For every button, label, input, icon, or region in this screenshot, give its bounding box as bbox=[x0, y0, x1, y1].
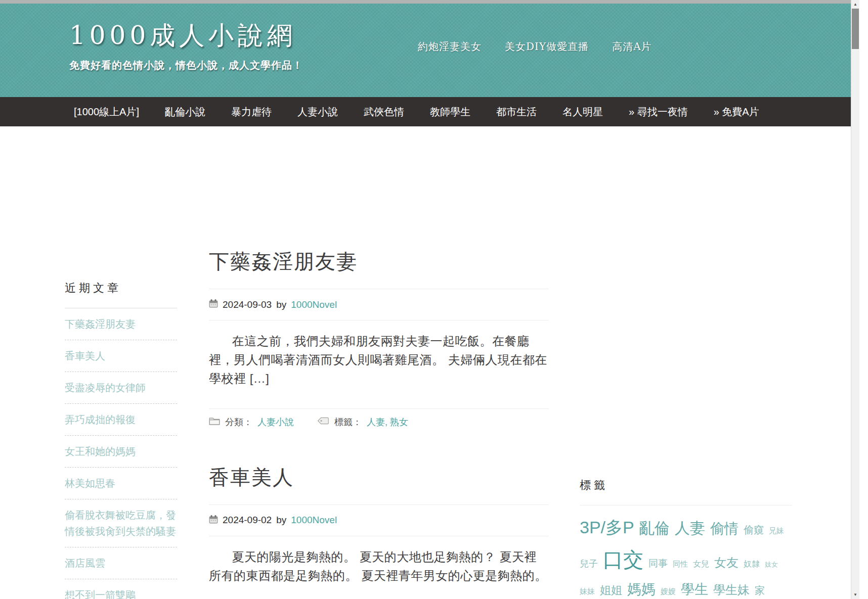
article-meta: 2024-09-03 by 1000Novel bbox=[209, 289, 549, 320]
nav-item[interactable]: [1000線上A片] bbox=[74, 105, 139, 119]
article-author-link[interactable]: 1000Novel bbox=[291, 299, 337, 310]
recent-post-link[interactable]: 偷看脫衣舞被吃豆腐，發情後被我肏到失禁的騷妻 bbox=[65, 510, 176, 537]
nav-item[interactable]: 名人明星 bbox=[562, 105, 603, 119]
scrollbar[interactable]: ▲ ▼ bbox=[851, 0, 859, 599]
tag-cloud-link[interactable]: 姐姐 bbox=[600, 582, 622, 598]
article-excerpt: 夏天的陽光是夠熱的。 夏天的大地也足夠熱的？ 夏天裡所有的東西都是足夠熱的。 夏… bbox=[209, 547, 549, 585]
recent-posts-list: 下藥姦淫朋友妻香車美人受盡凌辱的女律師弄巧成拙的報復女王和她的媽媽林美如思春偷看… bbox=[65, 308, 177, 599]
article-footer: 分類： 人妻小說 標籤： 人妻熟女 bbox=[209, 408, 549, 435]
recent-post-link[interactable]: 林美如思春 bbox=[65, 478, 115, 489]
recent-post-item: 下藥姦淫朋友妻 bbox=[65, 308, 177, 340]
tag-cloud-link[interactable]: 人妻 bbox=[675, 517, 705, 539]
tag-cloud-link[interactable]: 口交 bbox=[603, 544, 643, 575]
header-links: 約炮淫妻美女美女DIY做愛直播高清A片 bbox=[418, 40, 652, 54]
tag-cloud-link[interactable]: 同事 bbox=[648, 557, 668, 571]
site-title[interactable]: 1000成人小說網 bbox=[69, 19, 303, 53]
nav-item[interactable]: » 免費A片 bbox=[714, 105, 759, 119]
tag-cloud-link[interactable]: 偷窺 bbox=[744, 522, 764, 537]
tags-widget: 標籤 3P/多P亂倫人妻偷情偷窺兄妹兒子口交同事同性女兒女友奴隸妓女妹妹姐姐媽媽… bbox=[580, 126, 792, 599]
tags-heading: 標籤 bbox=[580, 478, 792, 505]
tag-cloud-link[interactable]: 兄妹 bbox=[769, 525, 784, 537]
recent-post-link[interactable]: 女王和她的媽媽 bbox=[65, 446, 136, 457]
article-title[interactable]: 香車美人 bbox=[209, 464, 549, 505]
tag-cloud-link[interactable]: 女友 bbox=[714, 554, 739, 572]
recent-post-item: 受盡凌辱的女律師 bbox=[65, 372, 177, 404]
tag-cloud-link[interactable]: 妹妹 bbox=[580, 586, 595, 597]
main-column: 下藥姦淫朋友妻 2024-09-03 by 1000Novel 在這之前，我們夫… bbox=[209, 126, 549, 599]
recent-post-link[interactable]: 香車美人 bbox=[65, 350, 105, 361]
post-tag-link[interactable]: 人妻 bbox=[367, 417, 390, 427]
tag-icon bbox=[317, 417, 329, 427]
article-date: 2024-09-03 bbox=[223, 299, 272, 310]
nav-item[interactable]: 都市生活 bbox=[496, 105, 537, 119]
tag-cloud-link[interactable]: 亂倫 bbox=[639, 517, 670, 539]
calendar-icon bbox=[209, 515, 218, 526]
top-strip bbox=[0, 0, 859, 4]
tag-cloud-link[interactable]: 女兒 bbox=[693, 558, 709, 570]
nav-item[interactable]: 武俠色情 bbox=[364, 105, 404, 119]
browser-viewport: 1000成人小說網 免費好看的色情小說，情色小說，成人文學作品！ 約炮淫妻美女美… bbox=[0, 0, 859, 599]
nav-item[interactable]: » 尋找一夜情 bbox=[629, 105, 688, 119]
tag-cloud-link[interactable]: 家 bbox=[755, 583, 765, 598]
article-by-label: by bbox=[276, 299, 286, 310]
tag-cloud-link[interactable]: 偷情 bbox=[710, 518, 739, 539]
recent-post-link[interactable]: 酒店風雲 bbox=[65, 558, 105, 569]
folder-icon bbox=[209, 417, 220, 428]
scrollbar-up-arrow-icon[interactable]: ▲ bbox=[851, 0, 859, 9]
post-tags: 人妻熟女 bbox=[367, 416, 408, 428]
article-author-link[interactable]: 1000Novel bbox=[291, 515, 337, 526]
content-area: 近期文章 下藥姦淫朋友妻香車美人受盡凌辱的女律師弄巧成拙的報復女王和她的媽媽林美… bbox=[0, 126, 859, 599]
article-2: 香車美人 2024-09-02 by 1000Novel 夏天的陽光是夠熱的。 … bbox=[209, 464, 549, 599]
tag-cloud-link[interactable]: 奴隸 bbox=[744, 558, 760, 570]
recent-post-item: 香車美人 bbox=[65, 340, 177, 372]
header-link[interactable]: 約炮淫妻美女 bbox=[418, 40, 482, 54]
recent-post-link[interactable]: 弄巧成拙的報復 bbox=[65, 414, 136, 425]
article-by-label: by bbox=[276, 515, 286, 526]
recent-post-item: 女王和她的媽媽 bbox=[65, 436, 177, 468]
recent-post-link[interactable]: 下藥姦淫朋友妻 bbox=[65, 318, 136, 330]
recent-posts-heading: 近期文章 bbox=[65, 281, 177, 308]
site-header: 1000成人小說網 免費好看的色情小說，情色小說，成人文學作品！ 約炮淫妻美女美… bbox=[0, 4, 859, 97]
article-excerpt: 在這之前，我們夫婦和朋友兩對夫妻一起吃飯。在餐廳裡，男人們喝著清酒而女人則喝著雞… bbox=[209, 332, 549, 388]
article-date: 2024-09-02 bbox=[223, 515, 272, 526]
recent-post-item: 林美如思春 bbox=[65, 468, 177, 499]
recent-post-item: 想不到一箭雙鵰 bbox=[65, 579, 177, 599]
tag-cloud-link[interactable]: 媽媽 bbox=[627, 579, 656, 599]
nav-item[interactable]: 教師學生 bbox=[430, 105, 470, 119]
tag-cloud-link[interactable]: 學生 bbox=[681, 579, 708, 599]
recent-post-item: 偷看脫衣舞被吃豆腐，發情後被我肏到失禁的騷妻 bbox=[65, 499, 177, 547]
main-nav: [1000線上A片]亂倫小說暴力虐待人妻小說武俠色情教師學生都市生活名人明星» … bbox=[0, 97, 859, 126]
article-1: 下藥姦淫朋友妻 2024-09-03 by 1000Novel 在這之前，我們夫… bbox=[209, 248, 549, 435]
calendar-icon bbox=[209, 299, 218, 310]
header-link[interactable]: 美女DIY做愛直播 bbox=[505, 40, 589, 54]
site-tagline: 免費好看的色情小說，情色小說，成人文學作品！ bbox=[69, 59, 303, 72]
tag-cloud-link[interactable]: 妓女 bbox=[765, 560, 778, 570]
tags-label: 標籤： bbox=[334, 416, 362, 428]
category-label: 分類： bbox=[225, 416, 252, 428]
tag-cloud-link[interactable]: 兒子 bbox=[580, 557, 598, 571]
scrollbar-thumb[interactable] bbox=[852, 9, 859, 49]
nav-item[interactable]: 亂倫小說 bbox=[165, 105, 205, 119]
tag-cloud-link[interactable]: 學生妹 bbox=[713, 581, 750, 599]
tag-cloud: 3P/多P亂倫人妻偷情偷窺兄妹兒子口交同事同性女兒女友奴隸妓女妹妹姐姐媽媽嫂嫂學… bbox=[580, 515, 792, 599]
scrollbar-down-arrow-icon[interactable]: ▼ bbox=[851, 590, 859, 599]
recent-post-link[interactable]: 想不到一箭雙鵰 bbox=[65, 589, 136, 599]
tag-cloud-link[interactable]: 嫂嫂 bbox=[661, 586, 676, 597]
nav-item[interactable]: 暴力虐待 bbox=[231, 105, 272, 119]
article-meta: 2024-09-02 by 1000Novel bbox=[209, 505, 549, 536]
recent-post-item: 弄巧成拙的報復 bbox=[65, 404, 177, 436]
recent-post-item: 酒店風雲 bbox=[65, 547, 177, 579]
nav-item[interactable]: 人妻小說 bbox=[297, 105, 338, 119]
category-link[interactable]: 人妻小說 bbox=[257, 416, 294, 428]
recent-posts-widget: 近期文章 下藥姦淫朋友妻香車美人受盡凌辱的女律師弄巧成拙的報復女王和她的媽媽林美… bbox=[65, 126, 177, 599]
article-title[interactable]: 下藥姦淫朋友妻 bbox=[209, 248, 549, 289]
tag-cloud-link[interactable]: 3P/多P bbox=[580, 515, 634, 540]
recent-post-link[interactable]: 受盡凌辱的女律師 bbox=[65, 382, 146, 393]
tag-cloud-link[interactable]: 同性 bbox=[673, 559, 688, 570]
brand-block: 1000成人小說網 免費好看的色情小說，情色小說，成人文學作品！ bbox=[69, 19, 303, 72]
header-link[interactable]: 高清A片 bbox=[612, 40, 652, 54]
post-tag-link[interactable]: 熟女 bbox=[390, 417, 408, 427]
